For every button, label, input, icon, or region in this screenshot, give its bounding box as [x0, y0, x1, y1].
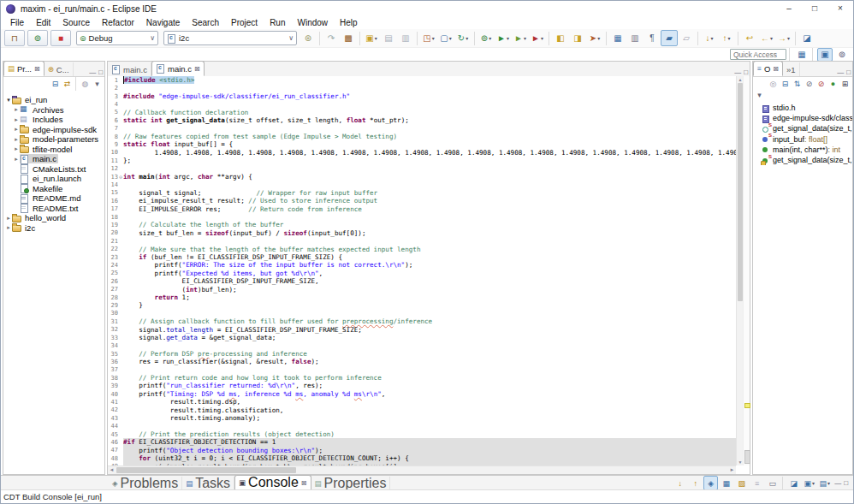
tree-item-ei-run-launch[interactable]: ei_run.launch	[3, 174, 104, 184]
outline-item[interactable]: Sinput_buf : float[]	[762, 134, 852, 145]
pin-editor-icon[interactable]: ◪	[798, 30, 815, 46]
minimize-view-icon[interactable]: —	[834, 479, 841, 487]
view-menu-icon[interactable]: ▾	[754, 89, 765, 100]
forward-icon[interactable]: →▾	[775, 30, 792, 46]
tree-item-cmakelists-txt[interactable]: CMakeLists.txt	[3, 164, 104, 175]
launch-config-combo[interactable]: i2c ∨	[163, 31, 297, 45]
tab-c[interactable]: ⊛C...	[44, 62, 74, 76]
menu-search[interactable]: Search	[186, 16, 225, 29]
maximize-button[interactable]: □	[802, 1, 827, 16]
tree-item-i2c[interactable]: ▸i2c	[3, 223, 104, 234]
menu-refactor[interactable]: Refactor	[96, 16, 140, 29]
clear-console-icon[interactable]: ▭	[765, 476, 780, 490]
debug-button[interactable]: ⊚	[27, 30, 48, 46]
outline-item[interactable]: Sget_signal_data(size_t, si	[762, 155, 852, 165]
stop-button[interactable]: ■	[50, 30, 71, 46]
editor-body[interactable]: 12345678910111213⊖1415161718192021222324…	[108, 76, 736, 465]
build-active-icon[interactable]: ↻▾	[454, 30, 471, 46]
export-icon[interactable]: ◨	[569, 30, 586, 46]
hide-fields-icon[interactable]: ⊘	[804, 78, 815, 89]
outline-item[interactable]: main(int, char**) : int	[762, 145, 852, 155]
quick-access-input[interactable]	[730, 49, 786, 60]
save-all-icon[interactable]: ▥	[397, 30, 414, 46]
tree-item-hello-world[interactable]: ▸hello_world	[3, 213, 104, 223]
new-project-icon[interactable]: ◳▾	[420, 30, 437, 46]
build-variables-icon[interactable]: ▩	[340, 30, 357, 46]
last-edit-icon[interactable]: ↩	[741, 30, 758, 46]
view-menu-icon[interactable]: ▾	[92, 78, 103, 89]
pin-console-icon[interactable]: ◪	[786, 476, 801, 490]
show-console-on-output-icon[interactable]: ◈	[703, 476, 718, 490]
block-selection-icon[interactable]: ▱	[678, 30, 695, 46]
new-file-icon[interactable]: ▢▾	[437, 30, 454, 46]
tree-item-readme-txt[interactable]: README.txt	[3, 204, 104, 214]
collapse-arrow-icon[interactable]: ▾	[5, 97, 12, 104]
focus-icon[interactable]: ◍	[80, 78, 91, 89]
overview-ruler[interactable]	[743, 76, 750, 465]
import-icon[interactable]: ◧	[552, 30, 569, 46]
link-with-editor-icon[interactable]: ⇄	[62, 78, 73, 89]
menu-help[interactable]: Help	[334, 16, 364, 29]
minimize-button[interactable]: –	[776, 1, 802, 16]
mark-occurrences-icon[interactable]: ▰	[661, 30, 678, 46]
maximize-view-icon[interactable]: □	[98, 68, 103, 76]
minimize-view-icon[interactable]: —	[837, 68, 844, 76]
coverage-launch-icon[interactable]: ►▾	[512, 30, 529, 46]
new-wizard-icon[interactable]: ▣▾	[363, 30, 380, 46]
toggle-source-header-icon[interactable]: ▦	[609, 30, 626, 46]
tree-item-makefile[interactable]: Makefile	[3, 184, 104, 194]
project-explorer-tree[interactable]: ▾ei_run▸Archives▸Includes▸edge-impulse-s…	[3, 90, 104, 233]
console-output-icon[interactable]: ▦	[719, 476, 733, 490]
menu-project[interactable]: Project	[225, 16, 264, 29]
menu-window[interactable]: Window	[291, 16, 334, 29]
tree-item-includes[interactable]: ▸Includes	[3, 115, 104, 125]
collapse-all-icon[interactable]: ⊟	[50, 78, 61, 89]
open-console-icon[interactable]: ▤▾	[817, 476, 832, 490]
outline-item[interactable]: edge-impulse-sdk/class	[762, 113, 852, 123]
outline-item[interactable]: Sget_signal_data(size_t, si	[762, 123, 852, 133]
profile-launch-icon[interactable]: ►▾	[529, 30, 546, 46]
view-tab-problems[interactable]: ◈Problems	[109, 477, 182, 490]
tree-item-edge-impulse-sdk[interactable]: ▸edge-impulse-sdk	[3, 125, 104, 135]
word-wrap-icon[interactable]: ≡	[750, 476, 764, 490]
next-annotation-icon[interactable]: ↓▾	[701, 30, 718, 46]
horizontal-scrollbar[interactable]: ◄ ►	[108, 465, 736, 474]
menu-file[interactable]: File	[4, 16, 30, 29]
tab-pr[interactable]: ▤Pr...⊠	[3, 61, 44, 76]
tree-item-tflite-model[interactable]: ▸tflite-model	[3, 145, 104, 155]
close-icon[interactable]: ⊠	[194, 65, 200, 73]
save-icon[interactable]: ▤	[380, 30, 397, 46]
scroll-to-bottom-icon[interactable]: ↓	[673, 476, 687, 490]
debug-mode-combo[interactable]: ⊚ Debug ∨	[76, 31, 158, 45]
menu-source[interactable]: Source	[56, 16, 96, 29]
close-button[interactable]: ×	[827, 1, 853, 16]
display-selected-console-icon[interactable]: ▣▾	[802, 476, 816, 490]
minimize-view-icon[interactable]: —	[89, 68, 96, 76]
tree-item-archives[interactable]: ▸Archives	[3, 105, 104, 116]
scroll-to-top-icon[interactable]: ↑	[688, 476, 703, 490]
launch-rocket-icon[interactable]: ➤▾	[586, 30, 603, 46]
close-icon[interactable]: ⊠	[773, 65, 779, 73]
menu-navigate[interactable]: Navigate	[140, 16, 186, 29]
close-icon[interactable]: ⊠	[34, 65, 40, 73]
outline-item[interactable]: stdio.h	[762, 103, 852, 113]
hide-non-public-icon[interactable]: ●	[827, 78, 839, 89]
console-error-icon[interactable]: ▨	[734, 476, 749, 490]
tree-item-main-c[interactable]: ▸main.c	[3, 154, 104, 164]
debug-perspective-icon[interactable]: ⊚	[834, 48, 850, 62]
open-perspective-icon[interactable]: ▦	[794, 48, 810, 62]
prev-annotation-icon[interactable]: ↑▾	[718, 30, 735, 46]
menu-edit[interactable]: Edit	[30, 16, 56, 29]
expand-arrow-icon[interactable]: ▸	[13, 145, 20, 152]
horizontal-scrollbar-thumb[interactable]	[116, 467, 296, 473]
tree-item-ei-run[interactable]: ▾ei_run	[3, 95, 104, 105]
warning-marker[interactable]	[744, 403, 750, 408]
show-view-icon[interactable]: ▥	[626, 30, 643, 46]
filter-icon[interactable]: ⊞	[839, 78, 851, 89]
hide-static-icon[interactable]: ⊘	[815, 78, 827, 89]
view-tab-properties[interactable]: ▤Properties	[311, 477, 391, 490]
build-button[interactable]: ⊓	[4, 30, 25, 46]
maximize-view-icon[interactable]: □	[844, 479, 848, 487]
show-whitespace-icon[interactable]: ¶	[643, 30, 661, 46]
tab-outline[interactable]: ≡O⊠	[753, 61, 783, 76]
